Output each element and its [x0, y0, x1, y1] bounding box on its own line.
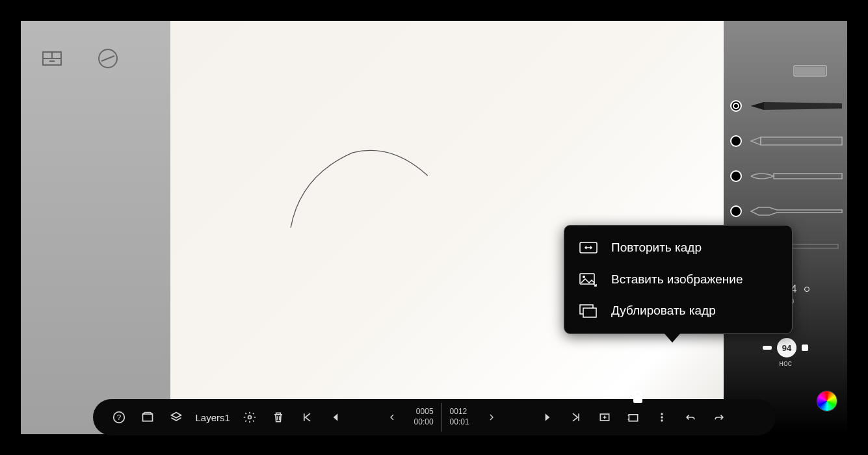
project-button[interactable] [136, 406, 159, 429]
add-frame-button[interactable] [593, 406, 616, 429]
tool-pencil[interactable] [724, 88, 847, 124]
svg-point-23 [248, 416, 251, 419]
pencil-icon [750, 98, 843, 114]
pen-icon [750, 203, 843, 219]
timeline-bar: ? Layers1 0005 00:00 0012 00:01 [93, 399, 776, 436]
tool-brush[interactable] [724, 159, 847, 194]
tray-icon [40, 47, 64, 70]
repeat-frame-icon [579, 240, 598, 255]
step-forward-button[interactable] [480, 406, 503, 429]
time-current: 00:00 [414, 417, 434, 428]
menu-item-label: Повторить кадр [611, 240, 702, 256]
radio-icon [730, 170, 742, 182]
delete-button[interactable] [267, 406, 290, 429]
layers-label[interactable]: Layers1 [196, 412, 230, 423]
svg-text:?: ? [116, 413, 121, 421]
marker-icon [750, 133, 843, 149]
radio-icon [730, 135, 742, 147]
menu-item-label: Вставить изображение [611, 272, 743, 288]
opacity-value-circle: 94 [777, 338, 796, 358]
svg-marker-9 [751, 102, 764, 110]
opacity-control[interactable]: 94 [724, 338, 847, 358]
svg-marker-11 [751, 137, 761, 145]
play-button[interactable] [536, 406, 559, 429]
svg-rect-10 [761, 137, 842, 145]
duplicate-frame-icon [579, 304, 598, 319]
goto-end-button[interactable] [564, 406, 588, 429]
left-toolbar [21, 21, 170, 434]
opacity-bar-icon [763, 346, 772, 350]
frame-options-button[interactable] [622, 406, 645, 429]
frame-total: 0012 [450, 407, 467, 417]
opacity-sq-icon [802, 344, 808, 351]
lock-icon [632, 390, 644, 404]
svg-rect-22 [142, 414, 152, 421]
eraser-icon [728, 63, 847, 79]
undo-button[interactable] [679, 406, 702, 429]
no-circle-button[interactable] [96, 47, 120, 73]
time-total: 00:01 [450, 417, 469, 428]
color-picker-button[interactable] [817, 391, 837, 411]
tool-eraser[interactable] [724, 53, 847, 88]
settings-button[interactable] [238, 406, 261, 429]
popup-arrow-icon [663, 332, 681, 343]
svg-marker-8 [751, 102, 842, 110]
size-increase-icon [804, 287, 809, 292]
redo-button[interactable] [707, 406, 731, 429]
brush-icon [750, 168, 843, 184]
menu-repeat-frame[interactable]: Повторить кадр [564, 232, 792, 264]
radio-icon [730, 205, 742, 217]
menu-insert-image[interactable]: Вставить изображение [564, 264, 792, 296]
menu-item-label: Дублировать кадр [611, 303, 716, 319]
opacity-label: нос [724, 359, 847, 368]
tool-pen[interactable] [724, 194, 847, 229]
svg-rect-13 [786, 244, 838, 248]
svg-rect-25 [629, 415, 638, 421]
svg-rect-12 [774, 174, 842, 179]
help-button[interactable]: ? [107, 406, 131, 429]
no-circle-icon [96, 47, 120, 70]
svg-point-26 [661, 413, 663, 415]
insert-image-icon [579, 272, 598, 287]
frame-current: 0005 [416, 407, 434, 417]
more-button[interactable] [650, 406, 674, 429]
svg-line-5 [101, 56, 114, 61]
frame-total-info: 0012 00:01 [450, 407, 475, 427]
svg-rect-7 [795, 67, 825, 75]
tool-marker[interactable] [724, 124, 847, 159]
prev-frame-button[interactable] [324, 406, 347, 429]
svg-rect-19 [633, 396, 642, 403]
frame-current-info: 0005 00:00 [409, 407, 434, 427]
opacity-value: 94 [782, 343, 791, 353]
layers-button[interactable] [164, 406, 188, 429]
svg-point-16 [583, 276, 585, 278]
menu-duplicate-frame[interactable]: Дублировать кадр [564, 295, 792, 327]
step-back-button[interactable] [380, 406, 404, 429]
svg-rect-18 [583, 308, 596, 317]
radio-selected-icon [730, 100, 742, 112]
goto-start-button[interactable] [295, 406, 319, 429]
tray-button[interactable] [40, 47, 64, 73]
timeline-separator [441, 403, 442, 432]
svg-point-27 [661, 416, 663, 418]
svg-point-28 [661, 419, 663, 421]
context-menu: Повторить кадр Вставить изображение Дубл… [564, 225, 793, 334]
